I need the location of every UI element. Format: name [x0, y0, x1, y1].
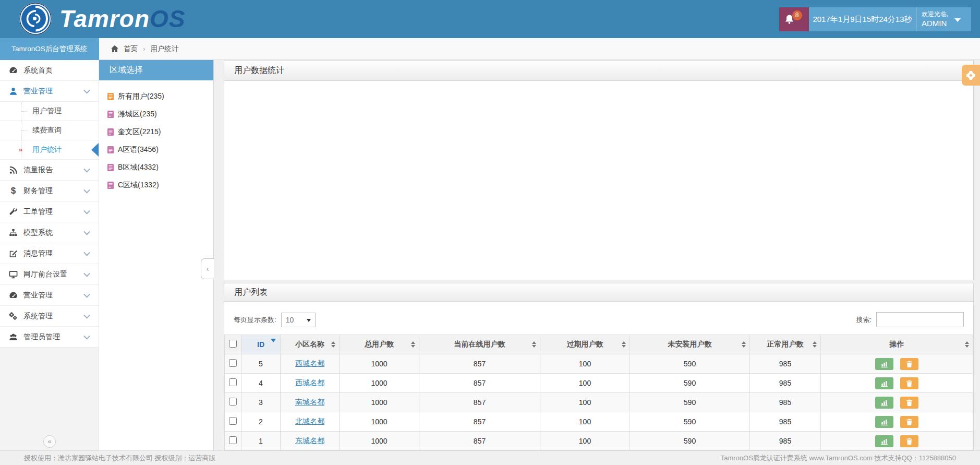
sidebar-item-user-stats[interactable]: » 用户统计 — [0, 140, 99, 160]
sidebar-item-label: 系统管理 — [23, 312, 53, 321]
brand-wordmark: TamronOS — [59, 5, 185, 33]
list-icon — [107, 146, 114, 153]
chevron-down-icon — [83, 228, 90, 235]
page-size-select[interactable]: 10 — [281, 313, 316, 327]
column-header-online[interactable]: 当前在线用户数 — [419, 335, 540, 354]
cell-total: 1000 — [340, 354, 419, 374]
delete-button[interactable] — [900, 377, 918, 389]
sidebar-item-workorder-mgmt[interactable]: 工单管理 — [0, 201, 99, 222]
view-chart-button[interactable] — [875, 397, 893, 409]
cell-id: 5 — [241, 354, 281, 374]
cell-uninstalled: 590 — [630, 374, 750, 393]
community-link[interactable]: 西城名都 — [295, 378, 324, 387]
sort-icon — [742, 339, 746, 350]
chevron-down-icon — [83, 291, 90, 297]
community-link[interactable]: 南城名都 — [295, 398, 324, 406]
region-item-kuiwen[interactable]: 奎文区(2215) — [107, 123, 213, 141]
notifications-button[interactable]: 8 — [779, 7, 809, 31]
cell-expired: 100 — [540, 432, 630, 451]
page-size-label: 每页显示条数: — [234, 315, 276, 325]
bar-chart-icon — [880, 399, 888, 407]
sidebar-item-business-mgmt[interactable]: 营业管理 — [0, 81, 99, 102]
trash-icon — [905, 360, 913, 368]
row-checkbox[interactable] — [229, 398, 237, 406]
sidebar-item-business-mgmt-2[interactable]: 营业管理 — [0, 285, 99, 306]
page-size-value: 10 — [286, 316, 294, 324]
row-checkbox[interactable] — [229, 378, 237, 386]
row-checkbox[interactable] — [229, 417, 237, 425]
cell-total: 1000 — [340, 374, 419, 393]
select-all-checkbox[interactable] — [229, 340, 237, 348]
community-link[interactable]: 东城名都 — [295, 436, 324, 445]
sidebar-item-traffic-report[interactable]: 流量报告 — [0, 160, 99, 181]
column-header-uninstalled[interactable]: 未安装用户数 — [630, 335, 750, 354]
view-chart-button[interactable] — [875, 435, 893, 447]
sidebar-item-message-mgmt[interactable]: 消息管理 — [0, 243, 99, 264]
region-item-all-users[interactable]: 所有用户(235) — [107, 88, 213, 105]
region-item-a[interactable]: A区语(3456) — [107, 141, 213, 159]
sidebar-item-admin-mgmt[interactable]: 管理员管理 — [0, 327, 99, 348]
sidebar-item-finance-mgmt[interactable]: $ 财务管理 — [0, 181, 99, 201]
table-header-row: ID 小区名称 总用户数 当前在线用户数 过期用户数 未安装用户数 正常用户数 … — [225, 335, 973, 354]
list-icon — [107, 128, 114, 136]
settings-flyout-button[interactable] — [962, 65, 980, 86]
delete-button[interactable] — [900, 435, 918, 447]
table-row: 2 北城名都 1000 857 100 590 985 — [225, 412, 973, 432]
search-input[interactable] — [876, 312, 964, 327]
chevron-down-icon — [307, 319, 311, 324]
breadcrumb-current: 用户统计 — [151, 44, 179, 54]
region-item-c[interactable]: C区域(1332) — [107, 176, 213, 194]
user-welcome: 欢迎光临, ADMIN — [922, 10, 948, 29]
sidebar-item-model-system[interactable]: 模型系统 — [0, 222, 99, 243]
datetime-text: 2017年1月9日15时24分13秒 — [813, 15, 912, 25]
breadcrumb-home[interactable]: 首页 — [124, 44, 138, 54]
view-chart-button[interactable] — [875, 416, 893, 428]
view-chart-button[interactable] — [875, 358, 893, 370]
active-item-marker: » — [19, 146, 22, 153]
sidebar-item-label: 营业管理 — [23, 87, 53, 96]
cell-id: 3 — [241, 393, 281, 412]
sort-icon — [622, 339, 626, 350]
cell-total: 1000 — [340, 432, 419, 451]
user-table: ID 小区名称 总用户数 当前在线用户数 过期用户数 未安装用户数 正常用户数 … — [224, 335, 973, 450]
tachometer-icon — [9, 291, 18, 300]
sidebar-item-renewal-query[interactable]: 续费查询 — [0, 121, 99, 140]
delete-button[interactable] — [900, 416, 918, 428]
region-item-weicheng[interactable]: 潍城区(235) — [107, 105, 213, 123]
home-icon — [111, 45, 119, 53]
column-header-name[interactable]: 小区名称 — [281, 335, 340, 354]
chevron-down-icon — [83, 186, 90, 193]
sidebar-item-system-mgmt[interactable]: 系统管理 — [0, 306, 99, 327]
cell-uninstalled: 590 — [630, 393, 750, 412]
column-header-expired[interactable]: 过期用户数 — [540, 335, 630, 354]
community-link[interactable]: 北城名都 — [295, 417, 324, 425]
select-all-cell — [225, 335, 241, 354]
region-collapse-handle[interactable]: ‹ — [201, 258, 214, 279]
view-chart-button[interactable] — [875, 377, 893, 389]
column-header-normal[interactable]: 正常用户数 — [750, 335, 821, 354]
app-root: TamronOS 8 2017年1月9日15时24分13秒 欢迎光临, ADMI… — [0, 0, 980, 465]
region-item-label: 奎文区(2215) — [118, 127, 161, 137]
sidebar-item-system-home[interactable]: 系统首页 — [0, 60, 99, 81]
column-header-total[interactable]: 总用户数 — [340, 335, 419, 354]
wrench-icon — [9, 208, 18, 216]
community-link[interactable]: 西城名都 — [295, 359, 324, 367]
row-checkbox[interactable] — [229, 436, 237, 444]
user-list-panel-title: 用户列表 — [224, 283, 973, 302]
delete-button[interactable] — [900, 397, 918, 409]
row-checkbox[interactable] — [229, 359, 237, 367]
sidebar-item-user-mgmt[interactable]: 用户管理 — [0, 102, 99, 121]
sort-icon — [331, 339, 335, 350]
dollar-icon: $ — [9, 186, 18, 196]
region-item-b[interactable]: B区域(4332) — [107, 159, 213, 176]
sidebar-item-label: 续费查询 — [32, 126, 62, 135]
column-header-actions[interactable]: 操作 — [821, 335, 973, 354]
sidebar-item-webfront-settings[interactable]: 网厅前台设置 — [0, 264, 99, 285]
sidebar-collapse-button[interactable]: « — [43, 435, 56, 448]
chevron-down-icon — [954, 18, 961, 25]
chevron-down-icon — [83, 165, 90, 172]
brand: TamronOS — [19, 2, 185, 35]
user-menu-button[interactable]: 欢迎光临, ADMIN — [916, 7, 971, 31]
column-header-id[interactable]: ID — [241, 335, 281, 354]
delete-button[interactable] — [900, 358, 918, 370]
